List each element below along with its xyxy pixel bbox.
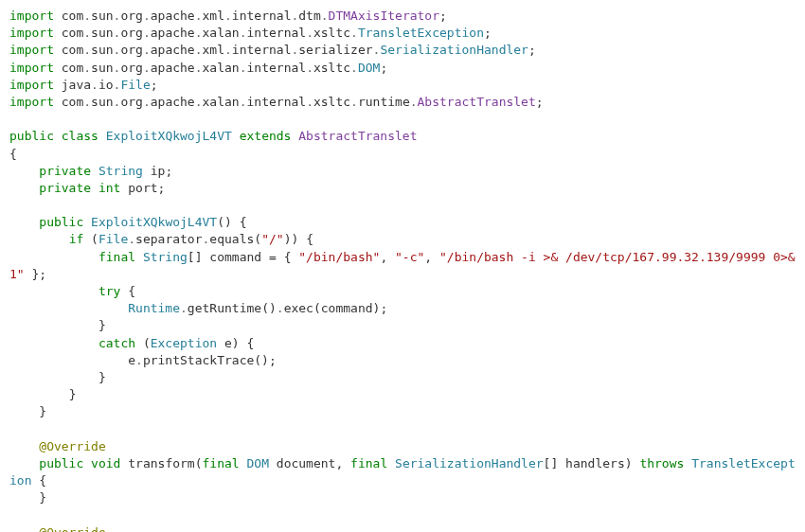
java-source-code: import com.sun.org.apache.xml.internal.d… (9, 8, 796, 532)
